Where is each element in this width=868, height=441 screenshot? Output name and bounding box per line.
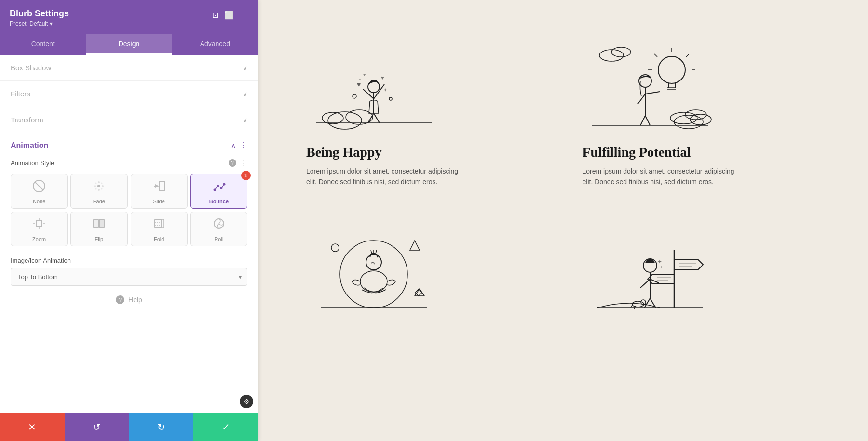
fulfilling-text: Lorem ipsum dolor sit amet, consectetur …: [583, 166, 746, 187]
animation-title: Animation: [11, 141, 48, 150]
anim-slide-cell[interactable]: Slide: [131, 174, 188, 209]
tab-advanced[interactable]: Advanced: [172, 34, 258, 55]
anim-none-icon: [32, 179, 46, 196]
transform-section[interactable]: Transform ∨: [0, 107, 258, 133]
svg-line-34: [363, 89, 374, 99]
anim-fade-cell[interactable]: Fade: [70, 174, 127, 209]
anim-zoom-label: Zoom: [32, 236, 46, 242]
image-anim-select-wrapper: Top To Bottom Bottom To Top Left To Righ…: [11, 268, 247, 286]
anim-fade-label: Fade: [93, 199, 105, 204]
animation-style-grid: None: [11, 174, 247, 246]
transform-label: Transform: [11, 116, 43, 124]
animation-help-icon[interactable]: ?: [229, 159, 236, 167]
anim-bounce-badge: 1: [241, 171, 251, 180]
box-shadow-section[interactable]: Box Shadow ∨: [0, 55, 258, 81]
cancel-button[interactable]: ✕: [0, 413, 65, 441]
svg-line-50: [640, 116, 645, 125]
redo-button[interactable]: ↻: [129, 413, 194, 441]
svg-point-7: [95, 183, 97, 184]
svg-line-53: [645, 92, 660, 94]
anim-roll-cell[interactable]: Roll: [190, 212, 247, 246]
bottom-bar: ✕ ↺ ↻ ✓: [0, 413, 258, 441]
svg-text:✦: ✦: [383, 87, 387, 93]
blurb-card-3: [287, 202, 563, 347]
animation-header: Animation ∧ ⋮: [11, 141, 247, 150]
anim-flip-icon: [92, 217, 106, 233]
animation-collapse-icon[interactable]: ∧: [231, 142, 236, 149]
filters-label: Filters: [11, 90, 30, 98]
box-shadow-icons: ∨: [243, 64, 247, 72]
tab-design[interactable]: Design: [86, 34, 172, 55]
anim-slide-label: Slide: [153, 199, 164, 204]
svg-point-42: [389, 97, 392, 100]
svg-point-43: [353, 94, 356, 98]
animation-style-label: Animation Style: [11, 160, 225, 167]
transform-chevron: ∨: [243, 116, 247, 124]
main-content: ♥ ♥ ♥ ✦ ✦ Being Happy Lorem ipsum dolor …: [258, 0, 868, 441]
anim-none-cell[interactable]: None: [11, 174, 68, 209]
anim-flip-label: Flip: [95, 236, 104, 242]
svg-point-65: [674, 115, 703, 129]
anim-bounce-cell[interactable]: 1 Bounce: [190, 174, 247, 209]
settings-panel: Blurb Settings Preset: Default ▾ ⊡ ⬜ ⋮ C…: [0, 0, 258, 441]
filters-icons: ∨: [243, 90, 247, 98]
animation-more-icon[interactable]: ⋮: [240, 141, 247, 150]
svg-line-33: [374, 113, 380, 123]
image-anim-label: Image/Icon Animation: [11, 257, 247, 264]
svg-line-61: [686, 54, 689, 57]
anim-slide-icon: [152, 179, 166, 196]
settings-fab[interactable]: ⚙: [240, 395, 253, 408]
svg-text:✦: ✦: [358, 78, 362, 82]
anim-flip-cell[interactable]: Flip: [70, 212, 127, 246]
svg-point-4: [102, 185, 104, 187]
being-happy-text: Lorem ipsum dolor sit amet, consectetur …: [306, 166, 470, 187]
blurb-card-being-happy: ♥ ♥ ♥ ✦ ✦ Being Happy Lorem ipsum dolor …: [287, 19, 563, 202]
box-shadow-label: Box Shadow: [11, 64, 51, 72]
panel-title: Blurb Settings: [10, 9, 69, 19]
anim-fade-icon: [92, 179, 106, 196]
anim-roll-icon: [212, 217, 226, 233]
animation-header-right: ∧ ⋮: [231, 141, 247, 150]
panel-body: Box Shadow ∨ Filters ∨ Transform ∨ Anima…: [0, 55, 258, 441]
svg-rect-11: [159, 181, 165, 191]
svg-point-55: [658, 56, 685, 83]
anim-fold-cell[interactable]: Fold: [131, 212, 188, 246]
card3-illustration: [306, 212, 441, 318]
expand-icon[interactable]: ⬜: [224, 11, 234, 20]
animation-style-more-icon[interactable]: ⋮: [240, 159, 247, 167]
filters-chevron: ∨: [243, 90, 247, 98]
preset-label[interactable]: Preset: Default ▾: [10, 20, 69, 27]
resize-icon[interactable]: ⊡: [212, 11, 218, 20]
tab-content[interactable]: Content: [0, 34, 86, 55]
more-icon[interactable]: ⋮: [240, 10, 248, 20]
svg-line-92: [631, 304, 633, 308]
anim-none-label: None: [33, 199, 45, 204]
svg-rect-16: [36, 221, 42, 227]
svg-point-6: [98, 189, 100, 191]
svg-point-70: [331, 244, 339, 252]
anim-zoom-cell[interactable]: Zoom: [11, 212, 68, 246]
save-button[interactable]: ✓: [193, 413, 258, 441]
anim-bounce-label: Bounce: [209, 199, 229, 204]
image-anim-select[interactable]: Top To Bottom Bottom To Top Left To Righ…: [11, 268, 247, 286]
svg-rect-21: [94, 219, 98, 228]
svg-point-3: [94, 185, 96, 187]
being-happy-illustration: ♥ ♥ ♥ ✦ ✦: [306, 29, 441, 135]
panel-header-icons: ⊡ ⬜ ⋮: [212, 10, 248, 20]
svg-line-86: [650, 298, 656, 308]
being-happy-title: Being Happy: [306, 145, 381, 160]
svg-text:✦: ✦: [657, 258, 662, 265]
undo-button[interactable]: ↺: [65, 413, 129, 441]
svg-marker-69: [410, 241, 420, 250]
card4-illustration: ✦ ✦: [583, 212, 718, 318]
help-row[interactable]: ? Help: [11, 286, 247, 314]
image-anim-section: Image/Icon Animation Top To Bottom Botto…: [11, 257, 247, 286]
panel-header-left: Blurb Settings Preset: Default ▾: [10, 9, 69, 27]
filters-section[interactable]: Filters ∨: [0, 81, 258, 107]
fulfilling-title: Fulfilling Potential: [583, 145, 691, 160]
svg-line-75: [371, 250, 372, 254]
svg-point-5: [98, 181, 100, 183]
svg-line-63: [654, 54, 657, 57]
svg-point-74: [366, 254, 381, 270]
svg-line-1: [35, 182, 43, 190]
